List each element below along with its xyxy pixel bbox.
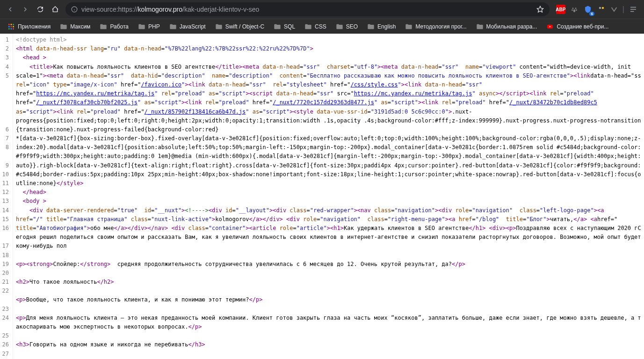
forward-button[interactable] bbox=[19, 3, 32, 16]
bookmark-item[interactable]: JavaScript bbox=[166, 22, 210, 32]
reading-list-icon[interactable] bbox=[629, 5, 637, 14]
toolbar: view-source:https://kolmogorov.pro/kak-u… bbox=[0, 0, 644, 19]
star-icon[interactable] bbox=[536, 6, 544, 13]
bookmark-item[interactable]: English bbox=[363, 22, 399, 32]
browser-chrome: view-source:https://kolmogorov.pro/kak-u… bbox=[0, 0, 644, 34]
reload-button[interactable] bbox=[34, 3, 47, 16]
svg-rect-15 bbox=[11, 24, 12, 25]
bookmark-item[interactable]: Работа bbox=[96, 22, 132, 32]
source-code: <!doctype html><html data-n-head-ssr lan… bbox=[13, 34, 644, 359]
svg-rect-17 bbox=[8, 26, 10, 27]
bookmark-item[interactable]: CSS bbox=[301, 22, 330, 32]
bookmark-item[interactable]: Swift / Object-C bbox=[211, 22, 268, 32]
toolbar-divider: | bbox=[622, 5, 624, 14]
svg-rect-21 bbox=[11, 28, 12, 29]
bookmark-item[interactable]: SEO bbox=[332, 22, 362, 32]
svg-rect-20 bbox=[8, 28, 10, 29]
home-button[interactable] bbox=[49, 3, 62, 16]
svg-point-5 bbox=[575, 7, 576, 9]
svg-point-10 bbox=[602, 7, 604, 9]
source-view[interactable]: 12345 678 910111213141516 171819202122 2… bbox=[0, 34, 644, 359]
bookmark-item[interactable]: Мобильная разра... bbox=[472, 22, 541, 32]
extension-icons: ABP 6 | bbox=[553, 5, 640, 14]
bookmark-item[interactable]: Приложения bbox=[4, 21, 54, 32]
svg-rect-22 bbox=[13, 28, 14, 29]
abp-icon[interactable]: ABP bbox=[556, 5, 565, 14]
svg-point-4 bbox=[572, 7, 573, 9]
svg-point-8 bbox=[573, 9, 576, 12]
paw-icon[interactable] bbox=[570, 5, 579, 14]
bookmarks-bar: ПриложенияМаксимРаботаPHPJavaScriptSwift… bbox=[0, 19, 644, 34]
svg-point-9 bbox=[599, 7, 601, 9]
url-text: view-source:https://kolmogorov.pro/kak-u… bbox=[81, 6, 533, 13]
back-button[interactable] bbox=[4, 3, 17, 16]
bookmark-item[interactable]: SQL bbox=[270, 22, 299, 32]
svg-rect-19 bbox=[13, 26, 14, 27]
line-gutter: 12345 678 910111213141516 171819202122 2… bbox=[0, 34, 13, 359]
svg-point-6 bbox=[572, 9, 573, 11]
bookmark-item[interactable]: Максим bbox=[56, 22, 94, 32]
svg-point-7 bbox=[576, 9, 577, 11]
shield-icon[interactable]: 6 bbox=[583, 5, 593, 14]
svg-rect-14 bbox=[8, 24, 10, 25]
svg-rect-16 bbox=[13, 24, 14, 25]
svg-marker-3 bbox=[537, 6, 543, 12]
puzzle-icon[interactable] bbox=[597, 5, 606, 14]
bookmark-item[interactable]: Создание веб-при... bbox=[543, 22, 612, 32]
bookmark-item[interactable]: PHP bbox=[134, 22, 164, 32]
url-bar[interactable]: view-source:https://kolmogorov.pro/kak-u… bbox=[65, 2, 550, 16]
svg-rect-18 bbox=[11, 26, 12, 27]
info-icon bbox=[71, 6, 78, 13]
bookmark-item[interactable]: Методология прог... bbox=[401, 22, 470, 32]
v-icon[interactable] bbox=[610, 6, 618, 13]
